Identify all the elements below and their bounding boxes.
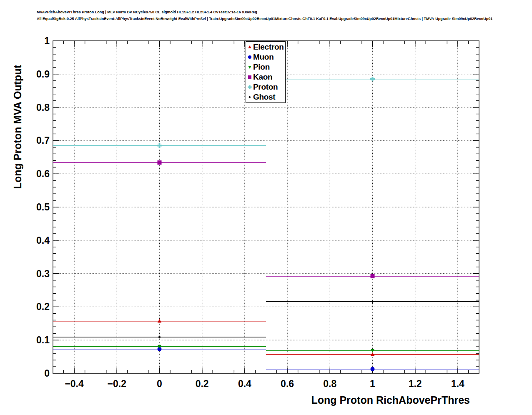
- legend-label: Muon: [253, 52, 274, 62]
- legend-box: ElectronMuonPionKaonProtonGhost: [246, 41, 286, 103]
- legend-label: Electron: [253, 42, 284, 52]
- legend-item-kaon: Kaon: [247, 72, 285, 82]
- legend-item-proton: Proton: [247, 82, 285, 92]
- square-marker-icon: [247, 74, 253, 80]
- series-ghost: [53, 300, 479, 338]
- legend-item-pion: Pion: [247, 62, 285, 72]
- diamond-marker-icon: [247, 94, 253, 100]
- legend-label: Pion: [253, 62, 270, 72]
- legend-item-ghost: Ghost: [247, 92, 285, 102]
- legend-label: Ghost: [253, 92, 275, 102]
- legend-label: Proton: [253, 82, 278, 92]
- cross-marker-icon: [247, 84, 253, 90]
- triangle-down-marker-icon: [247, 64, 253, 70]
- legend-item-muon: Muon: [247, 52, 285, 62]
- root-canvas: MVAVRichAbovePrThres Proton Long | MLP N…: [0, 0, 532, 415]
- legend-label: Kaon: [253, 72, 272, 82]
- triangle-up-marker-icon: [247, 44, 253, 50]
- circle-marker-icon: [247, 54, 253, 60]
- legend-item-electron: Electron: [247, 42, 285, 52]
